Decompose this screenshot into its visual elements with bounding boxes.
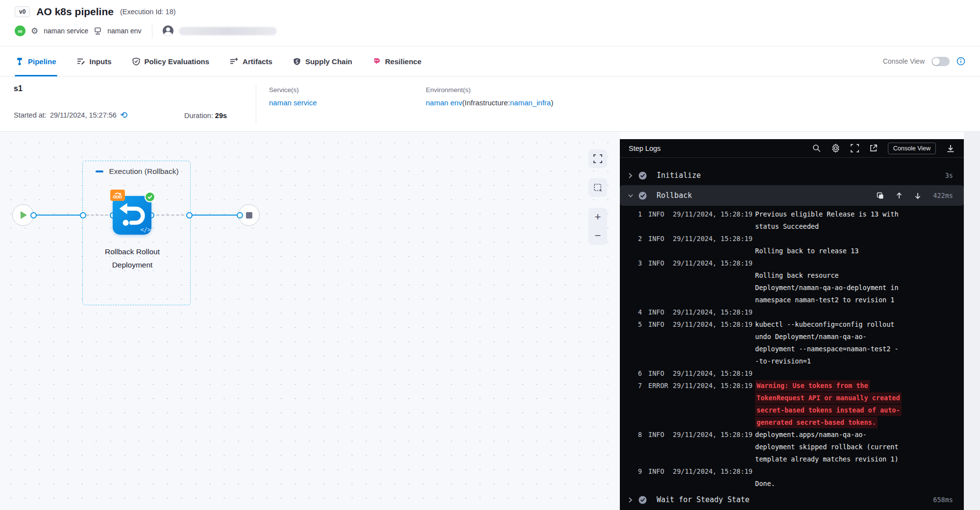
- log-entry-1: 1INFO29/11/2024, 15:28:19Previous eligib…: [638, 208, 954, 233]
- header-divider: [152, 24, 152, 38]
- policy-icon: [132, 57, 140, 66]
- log-entry-5: 5INFO29/11/2024, 15:28:19kubectl --kubec…: [638, 318, 954, 367]
- tab-label: Artifacts: [243, 57, 272, 66]
- log-line-number: 7: [638, 380, 648, 429]
- header-env-name[interactable]: naman env: [107, 27, 141, 35]
- search-icon[interactable]: [812, 144, 821, 152]
- section-name: Wait for Steady State: [657, 495, 750, 504]
- link-point: [30, 212, 37, 219]
- pipeline-version-badge: v0: [15, 6, 30, 17]
- log-entry-6: 6INFO29/11/2024, 15:28:19: [638, 367, 954, 380]
- log-output[interactable]: 1INFO29/11/2024, 15:28:19Previous eligib…: [620, 206, 964, 490]
- console-view-toggle[interactable]: [931, 57, 950, 66]
- chevron-right-icon[interactable]: [628, 172, 634, 179]
- app-root: v0 AO k8s pipeline (Execution Id: 18) ∞ …: [0, 0, 980, 510]
- execution-header: v0 AO k8s pipeline (Execution Id: 18) ∞ …: [0, 0, 980, 46]
- log-section-initialize[interactable]: Initialize 3s: [620, 166, 964, 185]
- stage-name: s1: [14, 84, 184, 93]
- pipeline-icon: [16, 57, 24, 66]
- zoom-in-button[interactable]: +: [588, 208, 607, 226]
- section-name: Rollback: [657, 191, 692, 200]
- log-message: Rolling back to release 13: [755, 233, 954, 257]
- log-line-number: 8: [638, 429, 648, 465]
- scrollbar-gutter[interactable]: [964, 132, 980, 510]
- section-name: Initialize: [657, 171, 701, 180]
- chevron-down-icon[interactable]: [628, 193, 634, 198]
- scroll-down-icon[interactable]: [914, 192, 921, 199]
- log-message: kubectl --kubeconfig=config rolloutundo …: [755, 318, 954, 367]
- section-duration: 422ms: [933, 192, 953, 199]
- log-entry-7: 7ERROR29/11/2024, 15:28:19Warning: Use t…: [638, 380, 954, 429]
- stage-divider: [256, 85, 256, 124]
- log-line-number: 4: [638, 306, 648, 318]
- log-line-number: 2: [638, 233, 648, 257]
- log-entry-9: 9INFO29/11/2024, 15:28:19 Done.: [638, 465, 954, 490]
- rollback-arrow-icon: </>: [113, 196, 151, 235]
- link-point: [80, 212, 86, 219]
- copy-icon[interactable]: [877, 192, 884, 199]
- artifacts-icon: [230, 57, 238, 65]
- settings-gear-icon[interactable]: [831, 144, 840, 153]
- tab-resilience[interactable]: Resilience: [372, 47, 422, 76]
- started-at-value: 29/11/2024, 15:27:56: [50, 111, 117, 119]
- canvas-select-button[interactable]: [588, 178, 607, 197]
- duration-label: Duration:: [184, 112, 213, 120]
- open-in-new-icon[interactable]: [869, 144, 878, 152]
- info-icon[interactable]: [956, 57, 965, 66]
- rollback-step-label: Rollback Rollout Deployment: [78, 245, 186, 271]
- tab-inputs[interactable]: Inputs: [76, 47, 113, 76]
- log-section-wait-steady-state[interactable]: Wait for Steady State 658ms: [620, 490, 964, 510]
- log-entry-8: 8INFO29/11/2024, 15:28:19deployment.apps…: [638, 429, 954, 465]
- infra-link[interactable]: naman_infra: [510, 98, 551, 107]
- rollout-badge-icon: [110, 190, 125, 201]
- log-entry-3: 3INFO29/11/2024, 15:28:19 Rolling back r…: [638, 257, 954, 306]
- zoom-out-button[interactable]: −: [588, 226, 607, 245]
- log-line-number: 1: [638, 208, 648, 233]
- console-view-label: Console View: [883, 57, 925, 65]
- collapse-group-icon[interactable]: [96, 170, 103, 172]
- download-icon[interactable]: [946, 144, 955, 153]
- scroll-up-icon[interactable]: [896, 192, 903, 199]
- link-point: [186, 212, 193, 219]
- env-link[interactable]: naman env: [426, 98, 462, 107]
- gear-icon: ⚙: [31, 26, 38, 36]
- log-line-number: 3: [638, 257, 648, 306]
- pipeline-canvas[interactable]: Execution (Rollback) </>: [0, 132, 620, 510]
- log-timestamp: 29/11/2024, 15:28:19: [673, 208, 755, 233]
- log-level: INFO: [648, 318, 673, 367]
- log-timestamp: 29/11/2024, 15:28:19: [673, 367, 755, 380]
- log-section-rollback[interactable]: Rollback 422ms: [620, 185, 964, 206]
- tab-label: Inputs: [90, 57, 112, 66]
- log-timestamp: 29/11/2024, 15:28:19: [673, 380, 755, 429]
- service-link[interactable]: naman service: [269, 98, 317, 107]
- log-level: INFO: [648, 306, 673, 318]
- step-logs-panel: Step Logs Console View Initialize 3s: [620, 139, 964, 510]
- stop-icon: [246, 212, 252, 219]
- log-timestamp: 29/11/2024, 15:28:19: [673, 257, 755, 306]
- log-message: Warning: Use tokens from theTokenRequest…: [755, 380, 954, 429]
- log-message: [755, 306, 954, 318]
- edge-end: [189, 215, 240, 216]
- log-message: Previous eligible Release is 13 withstat…: [755, 208, 954, 233]
- console-view-button[interactable]: Console View: [888, 143, 936, 154]
- tab-label: Policy Evaluations: [145, 57, 210, 66]
- expand-fullscreen-icon[interactable]: [851, 144, 859, 152]
- tab-artifacts[interactable]: Artifacts: [229, 47, 273, 76]
- step-logs-title: Step Logs: [629, 145, 661, 152]
- canvas-fullscreen-button[interactable]: [588, 149, 607, 168]
- infra-prefix: (Infrastructure:: [462, 98, 510, 107]
- chevron-right-icon[interactable]: [628, 497, 634, 503]
- supply-chain-icon: [293, 57, 301, 66]
- tab-supply-chain[interactable]: Supply Chain: [292, 47, 353, 76]
- header-service-name[interactable]: naman service: [44, 27, 88, 35]
- tab-pipeline[interactable]: Pipeline: [15, 47, 57, 76]
- tab-policy-evaluations[interactable]: Policy Evaluations: [131, 47, 211, 76]
- svg-text:</>: </>: [140, 226, 151, 233]
- infra-suffix: ): [551, 98, 553, 107]
- environment-icon: [94, 27, 102, 35]
- log-timestamp: 29/11/2024, 15:28:19: [673, 429, 755, 465]
- history-icon[interactable]: ⟲: [120, 111, 127, 120]
- started-at-label: Started at:: [14, 111, 47, 119]
- section-duration: 658ms: [933, 496, 953, 504]
- rollback-step-node[interactable]: </>: [113, 196, 151, 235]
